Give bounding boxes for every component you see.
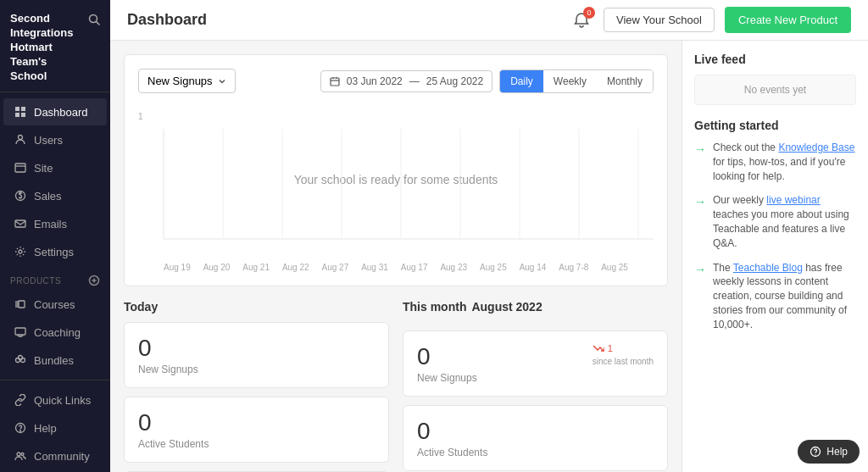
today-title: Today	[124, 300, 389, 314]
svg-point-2	[19, 136, 23, 140]
svg-rect-25	[331, 78, 339, 86]
month-active-students-number: 0	[417, 418, 654, 445]
coaching-icon	[14, 325, 27, 339]
search-icon[interactable]	[88, 14, 100, 25]
header-actions: 0 View Your School Create New Product	[570, 7, 851, 33]
help-bar-icon	[810, 446, 821, 458]
users-icon	[14, 133, 27, 147]
chart-canvas: 1 Your school is ready for some students	[138, 103, 654, 256]
products-section-label: PRODUCTS	[0, 266, 110, 290]
page-title: Dashboard	[127, 11, 207, 29]
sidebar-item-site[interactable]: Site	[3, 154, 107, 181]
stats-grid: Today 0 New Signups 0 Active Students 0	[124, 300, 668, 472]
svg-line-1	[97, 22, 100, 25]
view-school-button[interactable]: View Your School	[604, 8, 715, 32]
settings-icon	[14, 245, 27, 258]
chart-x-axis: Aug 19 Aug 20 Aug 21 Aug 22 Aug 27 Aug 3…	[138, 259, 654, 272]
gs-item-teachable-blog: → The Teachable Blog has free weekly les…	[694, 261, 856, 332]
svg-point-17	[19, 356, 23, 360]
gs-arrow-1: →	[694, 142, 706, 158]
svg-rect-6	[15, 220, 25, 227]
getting-started-list: → Check out the Knowledge Base for tips,…	[694, 141, 856, 332]
this-month-section: This month August 2022 0	[403, 300, 668, 472]
getting-started-title: Getting started	[694, 119, 856, 132]
sidebar-item-community[interactable]: Community	[3, 442, 107, 469]
svg-point-16	[21, 358, 25, 363]
today-new-signups-card: 0 New Signups	[124, 322, 389, 388]
svg-point-21	[21, 453, 24, 456]
sidebar-item-users[interactable]: Users	[3, 126, 107, 153]
svg-point-15	[16, 358, 20, 363]
period-monthly-button[interactable]: Monthly	[597, 70, 653, 92]
gs-item-knowledge-base: → Check out the Knowledge Base for tips,…	[694, 141, 856, 183]
month-trend: 1	[593, 343, 654, 353]
school-name: Second Integrations Hotmart Team's Schoo…	[10, 12, 88, 83]
sidebar: Second Integrations Hotmart Team's Schoo…	[0, 0, 110, 472]
today-new-signups-label: New Signups	[138, 364, 375, 375]
main-content: Dashboard 0 View Your School Create New …	[110, 0, 868, 472]
this-month-label: August 2022	[471, 300, 542, 314]
live-feed-title: Live feed	[694, 53, 856, 66]
sidebar-item-dashboard[interactable]: Dashboard	[3, 98, 107, 125]
notification-button[interactable]: 0	[570, 8, 593, 32]
live-feed-empty: No events yet	[694, 75, 856, 105]
period-weekly-button[interactable]: Weekly	[543, 70, 597, 92]
chevron-down-icon	[218, 77, 226, 86]
add-product-icon[interactable]	[88, 275, 100, 286]
main-panel: New Signups	[110, 41, 682, 472]
month-new-signups-label: New Signups	[417, 372, 654, 384]
sidebar-item-help[interactable]: Help	[3, 414, 107, 441]
sidebar-item-sales[interactable]: Sales	[3, 182, 107, 209]
svg-point-19	[20, 430, 21, 431]
community-icon	[14, 449, 27, 463]
today-section: Today 0 New Signups 0 Active Students 0	[124, 300, 389, 472]
help-bar[interactable]: Help	[798, 440, 860, 464]
sidebar-item-emails[interactable]: Emails	[3, 210, 107, 237]
right-panel: Live feed No events yet Getting started …	[682, 41, 868, 472]
bundles-icon	[14, 353, 27, 367]
this-month-title: This month	[403, 300, 466, 314]
knowledge-base-link[interactable]: Knowledge Base	[778, 142, 854, 153]
today-active-students-label: Active Students	[138, 438, 375, 450]
site-icon	[14, 161, 27, 175]
create-product-button[interactable]: Create New Product	[725, 7, 851, 33]
today-active-students-number: 0	[138, 409, 375, 436]
courses-icon	[14, 297, 27, 311]
svg-point-7	[19, 250, 22, 253]
period-selector: Daily Weekly Monthly	[499, 69, 654, 93]
dashboard-icon	[14, 105, 27, 119]
chart-controls: New Signups	[138, 69, 654, 93]
period-daily-button[interactable]: Daily	[500, 70, 543, 92]
month-new-signups-number: 0	[417, 343, 431, 370]
gs-arrow-2: →	[694, 194, 706, 211]
content-area: New Signups	[110, 41, 868, 472]
svg-rect-13	[19, 301, 25, 308]
gs-arrow-3: →	[694, 262, 706, 279]
sales-icon	[14, 189, 27, 203]
date-range-picker[interactable]: 03 Jun 2022 — 25 Aug 2022	[320, 70, 492, 92]
trend-down-icon	[593, 344, 604, 353]
sidebar-bottom: Quick Links Help Community	[0, 380, 110, 472]
sidebar-item-settings[interactable]: Settings	[3, 238, 107, 265]
gs-item-live-webinar: → Our weekly live webinar teaches you mo…	[694, 193, 856, 250]
today-active-students-card: 0 Active Students	[124, 397, 389, 463]
help-icon	[14, 421, 27, 435]
teachable-blog-link[interactable]: Teachable Blog	[733, 262, 803, 274]
sidebar-item-courses[interactable]: Courses	[3, 291, 107, 318]
chart-card: New Signups	[124, 54, 668, 286]
today-stats: 0 New Signups 0 Active Students 0	[124, 322, 389, 472]
live-webinar-link[interactable]: live webinar	[766, 194, 820, 206]
sidebar-item-bundles[interactable]: Bundles	[3, 347, 107, 374]
sidebar-item-coaching[interactable]: Coaching	[3, 319, 107, 346]
sidebar-item-quick-links[interactable]: Quick Links	[3, 386, 107, 414]
svg-rect-3	[15, 164, 25, 172]
notification-badge: 0	[583, 7, 595, 19]
page-header: Dashboard 0 View Your School Create New …	[110, 0, 868, 41]
metric-dropdown[interactable]: New Signups	[138, 69, 236, 93]
calendar-icon	[330, 76, 340, 86]
quick-links-icon	[14, 393, 27, 407]
today-new-signups-number: 0	[138, 335, 375, 362]
svg-point-20	[17, 453, 20, 456]
emails-icon	[14, 217, 27, 230]
this-month-stats: 0 1 since last mont	[403, 330, 668, 472]
